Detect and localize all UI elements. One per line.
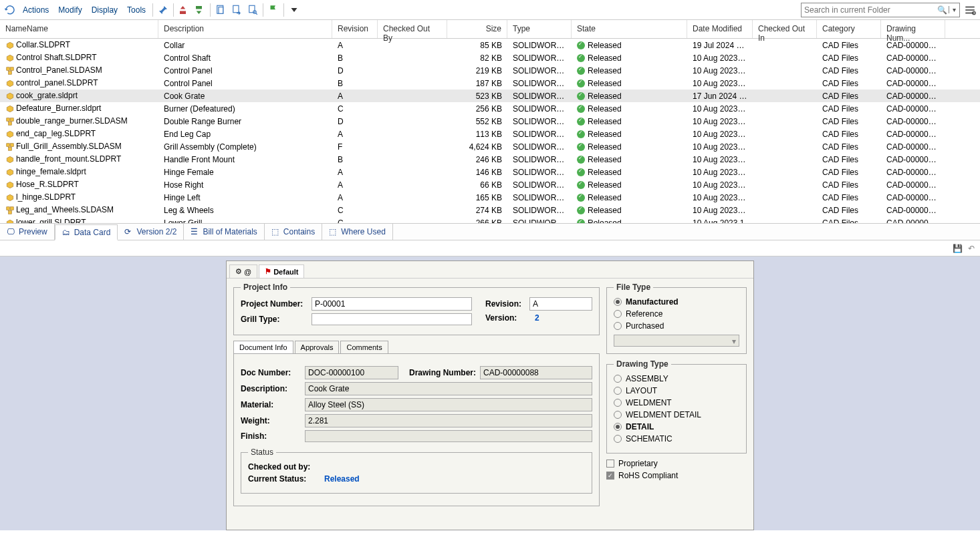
table-row[interactable]: lower_grill.SLDPRTLower GrillC266 KBSOLI…	[0, 216, 980, 223]
flag-icon[interactable]	[266, 3, 281, 17]
pin-icon[interactable]	[156, 3, 170, 17]
table-row[interactable]: l_hinge.SLDPRTHinge LeftA165 KBSOLIDWORK…	[0, 191, 980, 204]
col-chkby[interactable]: Checked Out By	[378, 20, 447, 38]
refresh-icon[interactable]	[3, 3, 17, 17]
released-icon	[577, 156, 585, 164]
checkout-icon[interactable]	[176, 3, 191, 17]
tab-contains[interactable]: ⬚Contains	[265, 224, 322, 240]
search-icon[interactable]: 🔍	[935, 5, 949, 15]
doc-down-icon[interactable]	[229, 3, 244, 17]
drwtype-radio-weldment-detail[interactable]: WELDMENT DETAIL	[614, 410, 739, 419]
card-tab-default[interactable]: ⚑Default	[259, 264, 304, 278]
tab-version[interactable]: ⟳Version 2/2	[118, 224, 184, 240]
checkbox-icon: ✓	[606, 472, 614, 480]
released-icon	[577, 118, 585, 126]
doc-info-panel: Doc Number: DOC-00000100 Drawing Number:…	[233, 354, 600, 506]
desc-label: Description:	[241, 384, 301, 393]
undo-card-icon[interactable]: ↶	[968, 244, 975, 253]
desc-field[interactable]: Cook Grate	[305, 382, 592, 395]
table-row[interactable]: Collar.SLDPRTCollarA85 KBSOLIDWORKS ...R…	[0, 39, 980, 51]
tab-bom[interactable]: ☰Bill of Materials	[184, 224, 264, 240]
grid-header: NameName Description Revision Checked Ou…	[0, 20, 980, 39]
inner-tab-comments[interactable]: Comments	[340, 341, 388, 353]
fin-label: Finish:	[241, 431, 301, 441]
inner-tab-docinfo[interactable]: Document Info	[233, 341, 293, 353]
file-icon	[5, 180, 15, 190]
filetype-radio-reference[interactable]: Reference	[614, 309, 739, 319]
table-row[interactable]: Leg_and_Wheels.SLDASMLeg & WheelsC274 KB…	[0, 204, 980, 216]
drwtype-radio-weldment[interactable]: WELDMENT	[614, 398, 739, 407]
search-dropdown-icon[interactable]: ▾	[949, 6, 959, 13]
wt-field[interactable]: 2.281	[305, 414, 592, 427]
proj-num-field[interactable]: P-00001	[312, 297, 472, 311]
proprietary-check[interactable]: Proprietary	[606, 459, 747, 468]
table-row[interactable]: handle_front_mount.SLDPRTHandle Front Mo…	[0, 153, 980, 166]
col-size[interactable]: Size	[447, 20, 507, 38]
table-row[interactable]: Hose_R.SLDPRTHose RightA66 KBSOLIDWORKS …	[0, 178, 980, 191]
doc1-icon[interactable]	[213, 3, 228, 17]
filetype-combo[interactable]: ▾	[614, 335, 739, 347]
search-options-icon[interactable]	[963, 3, 977, 17]
table-row[interactable]: Full_Grill_Assembly.SLDASMGrill Assembly…	[0, 140, 980, 153]
col-drw[interactable]: Drawing Num...	[881, 20, 945, 38]
radio-icon	[614, 411, 622, 419]
detail-tabs: 🖵Preview 🗂Data Card ⟳Version 2/2 ☰Bill o…	[0, 223, 980, 240]
file-icon	[5, 218, 15, 223]
save-card-icon[interactable]: 💾	[953, 244, 963, 253]
docnum-label: Doc Number:	[241, 368, 301, 377]
col-cat[interactable]: Category	[817, 20, 881, 38]
col-desc[interactable]: Description	[158, 20, 332, 38]
col-name[interactable]: NameName	[0, 20, 158, 38]
filetype-radio-purchased[interactable]: Purchased	[614, 321, 739, 331]
mat-field[interactable]: Alloy Steel (SS)	[305, 398, 592, 411]
drwtype-radio-assembly[interactable]: ASSEMBLY	[614, 374, 739, 383]
grid-body: Collar.SLDPRTCollarA85 KBSOLIDWORKS ...R…	[0, 39, 980, 223]
col-type[interactable]: Type	[507, 20, 572, 38]
table-row[interactable]: end_cap_leg.SLDPRTEnd Leg CapA113 KBSOLI…	[0, 128, 980, 140]
table-row[interactable]: double_range_burner.SLDASMDouble Range B…	[0, 115, 980, 128]
col-chkin[interactable]: Checked Out In	[753, 20, 817, 38]
config-icon: ⚙	[235, 267, 242, 276]
inner-tab-approvals[interactable]: Approvals	[295, 341, 340, 353]
table-row[interactable]: control_panel.SLDPRTControl PanelB187 KB…	[0, 77, 980, 90]
card-tab-at[interactable]: ⚙@	[229, 264, 257, 278]
dropdown-icon[interactable]	[287, 3, 301, 17]
tab-whereused[interactable]: ⬚Where Used	[322, 224, 393, 240]
drwtype-radio-layout[interactable]: LAYOUT	[614, 386, 739, 395]
doc-search-icon[interactable]	[245, 3, 260, 17]
drwtype-radio-schematic[interactable]: SCHEMATIC	[614, 434, 739, 443]
table-row[interactable]: Defeature_Burner.sldprtBurner (Defeature…	[0, 102, 980, 115]
file-icon	[5, 41, 15, 50]
grill-type-field[interactable]	[312, 313, 472, 325]
menu-tools[interactable]: Tools	[123, 4, 150, 16]
svg-rect-2	[233, 5, 239, 13]
bom-icon: ☰	[191, 227, 200, 236]
grill-type-label: Grill Type:	[241, 315, 308, 324]
status-legend: Status	[248, 448, 276, 457]
file-icon	[5, 155, 15, 164]
col-rev[interactable]: Revision	[332, 20, 378, 38]
fin-field[interactable]	[305, 430, 592, 442]
tab-preview[interactable]: 🖵Preview	[0, 224, 55, 240]
drwtype-radio-detail[interactable]: DETAIL	[614, 422, 739, 431]
rev-field[interactable]: A	[529, 297, 592, 311]
filetype-radio-manufactured[interactable]: Manufactured	[614, 297, 739, 307]
checkin-icon[interactable]	[193, 3, 207, 17]
ver-label: Version:	[485, 313, 525, 323]
menu-actions[interactable]: Actions	[19, 4, 53, 16]
table-row[interactable]: Control_Panel.SLDASMControl PanelD219 KB…	[0, 64, 980, 77]
detail-area: ⚙@ ⚑Default Project Info Project Number:…	[0, 256, 980, 530]
rohs-check[interactable]: ✓RoHS Compliant	[606, 471, 747, 480]
tab-datacard[interactable]: 🗂Data Card	[55, 224, 118, 240]
search-input[interactable]	[802, 5, 935, 15]
table-row[interactable]: cook_grate.sldprtCook GrateA523 KBSOLIDW…	[0, 90, 980, 102]
col-state[interactable]: State	[572, 20, 687, 38]
table-row[interactable]: hinge_female.sldprtHinge FemaleA146 KBSO…	[0, 166, 980, 178]
col-date[interactable]: Date Modified	[687, 20, 753, 38]
svg-rect-10	[7, 118, 10, 122]
file-grid: NameName Description Revision Checked Ou…	[0, 20, 980, 223]
radio-icon	[614, 298, 622, 306]
menu-modify[interactable]: Modify	[54, 4, 86, 16]
menu-display[interactable]: Display	[88, 4, 122, 16]
table-row[interactable]: Control Shaft.SLDPRTControl ShaftB82 KBS…	[0, 51, 980, 64]
